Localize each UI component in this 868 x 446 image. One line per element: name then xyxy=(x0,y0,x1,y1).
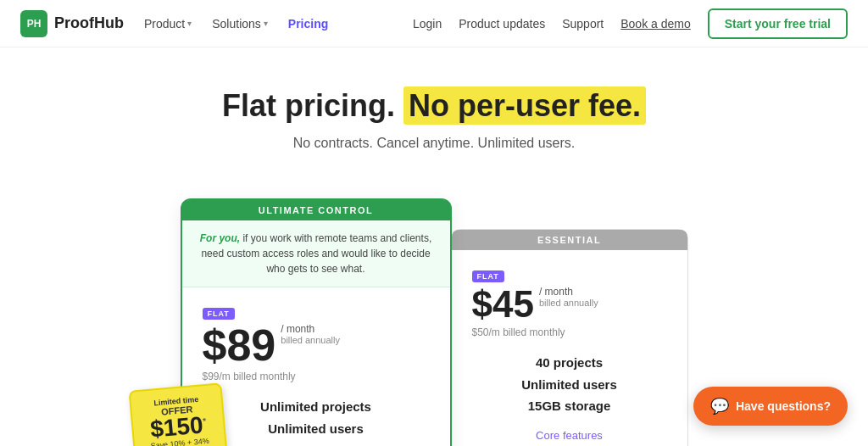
ultimate-feature-1: Unlimited projects xyxy=(203,396,430,418)
essential-badge: ESSENTIAL xyxy=(452,230,687,250)
card-essential: ESSENTIAL FLAT $45 / month billed annual… xyxy=(451,229,688,446)
essential-per-month: / month xyxy=(539,286,598,298)
navbar-left: PH ProofHub Product ▾ Solutions ▾ Pricin… xyxy=(20,10,328,37)
hero-subtitle: No contracts. Cancel anytime. Unlimited … xyxy=(17,136,851,151)
nav-product[interactable]: Product ▾ xyxy=(144,17,192,31)
nav-support[interactable]: Support xyxy=(562,17,604,31)
ultimate-price: $89 xyxy=(203,323,276,367)
essential-features-highlight: 40 projects Unlimited users 15GB storage xyxy=(472,352,667,417)
essential-card-body: FLAT $45 / month billed annually $50/m b… xyxy=(452,250,687,446)
logo[interactable]: PH ProofHub xyxy=(20,10,124,37)
chat-icon: 💬 xyxy=(710,397,729,415)
ultimate-badge: ULTIMATE CONTROL xyxy=(182,200,450,220)
essential-flat-label: FLAT xyxy=(472,270,504,282)
hero-title-plain: Flat pricing. xyxy=(222,88,395,123)
navbar-right: Login Product updates Support Book a dem… xyxy=(413,8,848,39)
product-arrow-icon: ▾ xyxy=(187,19,192,28)
essential-feature-2: Unlimited users xyxy=(472,374,667,396)
ultimate-flat-label: FLAT xyxy=(203,308,235,320)
hero-title-highlight: No per-user fee. xyxy=(403,86,646,125)
essential-price-row: $45 / month billed annually xyxy=(472,286,667,323)
ultimate-for-you: For you, xyxy=(200,232,240,244)
ultimate-features-highlight: Unlimited projects Unlimited users 100GB… xyxy=(203,396,430,446)
essential-billed: billed annually xyxy=(539,298,598,308)
essential-feature-1: 40 projects xyxy=(472,352,667,374)
nav-solutions[interactable]: Solutions ▾ xyxy=(212,17,268,31)
essential-core-link[interactable]: Core features xyxy=(536,429,603,442)
ultimate-billed: billed annually xyxy=(281,335,340,345)
hero-section: Flat pricing. No per-user fee. No contra… xyxy=(0,47,868,178)
have-questions-label: Have questions? xyxy=(736,399,831,413)
nav-login[interactable]: Login xyxy=(413,17,442,31)
offer-badge: Limited time OFFER $150* Save 10% + 34% xyxy=(128,382,227,446)
ultimate-feature-2: Unlimited users xyxy=(203,418,430,440)
ultimate-description: For you, if you work with remote teams a… xyxy=(182,220,450,287)
hero-title: Flat pricing. No per-user fee. xyxy=(222,86,646,125)
have-questions-button[interactable]: 💬 Have questions? xyxy=(693,387,848,426)
solutions-arrow-icon: ▾ xyxy=(264,19,268,28)
logo-name: ProofHub xyxy=(54,14,124,32)
nav-pricing[interactable]: Pricing xyxy=(288,17,328,31)
nav-product-updates[interactable]: Product updates xyxy=(459,17,545,31)
ultimate-per-month: / month xyxy=(281,323,340,335)
logo-icon: PH xyxy=(20,10,47,37)
ultimate-price-details: / month billed annually xyxy=(281,323,340,350)
ultimate-monthly-note: $99/m billed monthly xyxy=(203,371,430,382)
essential-monthly-note: $50/m billed monthly xyxy=(472,326,667,338)
navbar: PH ProofHub Product ▾ Solutions ▾ Pricin… xyxy=(0,0,868,47)
nav-book-demo[interactable]: Book a demo xyxy=(620,17,691,31)
start-trial-button[interactable]: Start your free trial xyxy=(708,8,848,39)
essential-price-details: / month billed annually xyxy=(539,286,598,313)
essential-feature-3: 15GB storage xyxy=(472,395,667,417)
ultimate-feature-3: 100GB storage xyxy=(203,439,430,446)
essential-price: $45 xyxy=(472,286,534,323)
ultimate-price-row: $89 / month billed annually xyxy=(203,323,430,367)
card-ultimate: Limited time OFFER $150* Save 10% + 34% … xyxy=(181,198,452,446)
